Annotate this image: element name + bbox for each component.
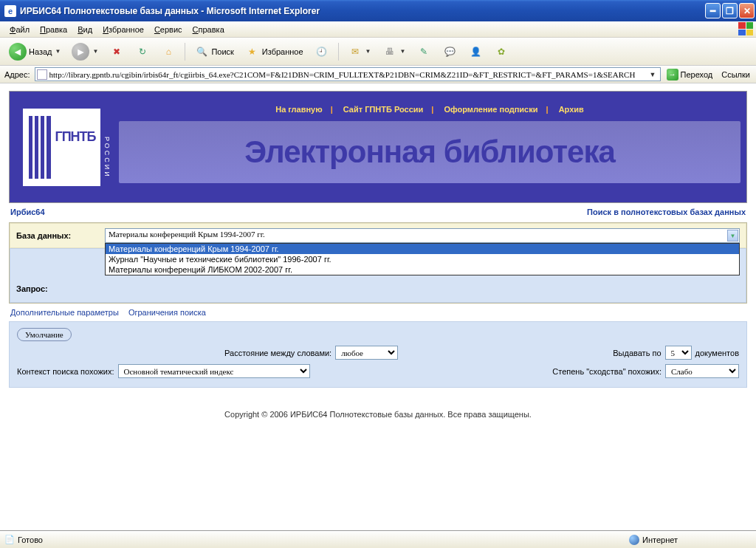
edit-button[interactable]: ✎ bbox=[412, 41, 436, 62]
db-option[interactable]: Материалы конференций Крым 1994-2007 гг. bbox=[106, 244, 739, 254]
zone-text: Интернет bbox=[642, 535, 678, 544]
context-label: Контекст поиска похожих: bbox=[17, 367, 114, 376]
nav-archive[interactable]: Архив bbox=[559, 105, 584, 114]
status-bar: 📄 Готово Интернет bbox=[0, 531, 756, 547]
stop-button[interactable]: ✖ bbox=[105, 41, 128, 62]
menu-service[interactable]: Сервис bbox=[149, 23, 188, 36]
mail-button[interactable]: ✉▼ bbox=[343, 41, 376, 62]
separator bbox=[338, 43, 339, 61]
search-label: Поиск bbox=[211, 47, 233, 56]
messenger-button[interactable]: 👤 bbox=[464, 41, 487, 62]
banner-title: Электронная библиотека bbox=[119, 121, 740, 183]
search-icon: 🔍 bbox=[194, 44, 209, 59]
distance-label: Расстояние между словами: bbox=[224, 349, 331, 357]
menu-bar: Файл Правка Вид Избранное Сервис Справка bbox=[0, 21, 756, 38]
discuss-icon: 💬 bbox=[442, 44, 457, 59]
banner-nav: На главную| Сайт ГПНТБ России| Оформлени… bbox=[113, 92, 746, 117]
address-input[interactable] bbox=[49, 70, 647, 79]
menu-file[interactable]: Файл bbox=[4, 23, 35, 36]
go-label: Переход bbox=[681, 70, 713, 79]
logo-subtitle: РОССИИ bbox=[103, 137, 111, 179]
stop-icon: ✖ bbox=[109, 44, 124, 59]
home-button[interactable]: ⌂ bbox=[157, 41, 180, 62]
menu-favorites[interactable]: Избранное bbox=[97, 23, 149, 36]
menu-help[interactable]: Справка bbox=[188, 23, 230, 36]
flower-icon: ✿ bbox=[494, 44, 509, 59]
address-label: Адрес: bbox=[3, 70, 32, 79]
nav-subscribe[interactable]: Оформление подписки bbox=[444, 105, 538, 114]
home-icon: ⌂ bbox=[161, 44, 176, 59]
print-icon: 🖶 bbox=[382, 44, 397, 59]
back-button[interactable]: ◄ Назад ▼ bbox=[4, 40, 65, 64]
default-button[interactable]: Умолчание bbox=[17, 328, 72, 341]
db-label: База данных: bbox=[16, 231, 97, 240]
globe-icon bbox=[629, 535, 639, 545]
breadcrumb-search[interactable]: Поиск в полнотекстовых базах данных bbox=[587, 208, 746, 216]
context-select[interactable]: Основной тематический индекс bbox=[118, 364, 310, 378]
arrow-left-icon: ◄ bbox=[9, 43, 27, 61]
forward-button[interactable]: ► ▼ bbox=[67, 40, 103, 64]
nav-site[interactable]: Сайт ГПНТБ России bbox=[343, 105, 424, 114]
close-button[interactable]: ✕ bbox=[739, 3, 755, 18]
db-option[interactable]: Журнал "Научные и технические библиотеки… bbox=[106, 254, 739, 264]
favorites-button[interactable]: ★ Избранное bbox=[241, 41, 308, 62]
status-text: Готово bbox=[18, 535, 43, 544]
link-restrict[interactable]: Ограничения поиска bbox=[128, 308, 206, 317]
favorites-label: Избранное bbox=[262, 47, 303, 56]
maximize-button[interactable]: ❐ bbox=[722, 3, 738, 18]
chevron-down-icon: ▼ bbox=[400, 48, 406, 55]
minimize-button[interactable]: ━ bbox=[705, 3, 721, 18]
page-viewport: ГПНТБ РОССИИ На главную| Сайт ГПНТБ Росс… bbox=[0, 83, 756, 531]
db-dropdown-list: Материалы конференций Крым 1994-2007 гг.… bbox=[105, 243, 740, 275]
address-box[interactable]: ▼ bbox=[35, 67, 661, 81]
discuss-button[interactable]: 💬 bbox=[438, 41, 461, 62]
similar-label: Степень "сходства" похожих: bbox=[552, 367, 662, 376]
nav-home[interactable]: На главную bbox=[275, 105, 322, 114]
logo-text: ГПНТБ bbox=[55, 129, 95, 145]
similar-select[interactable]: Слабо bbox=[665, 364, 739, 378]
page-done-icon: 📄 bbox=[4, 535, 15, 545]
chevron-down-icon: ▼ bbox=[92, 48, 98, 55]
site-banner: ГПНТБ РОССИИ На главную| Сайт ГПНТБ Росс… bbox=[9, 91, 747, 203]
menu-view[interactable]: Вид bbox=[72, 23, 97, 36]
query-label: Запрос: bbox=[16, 284, 97, 293]
separator bbox=[185, 43, 185, 61]
refresh-icon: ↻ bbox=[135, 44, 150, 59]
history-icon: 🕘 bbox=[315, 44, 329, 59]
chevron-down-icon[interactable]: ▼ bbox=[647, 71, 659, 78]
chevron-down-icon: ▼ bbox=[55, 48, 61, 55]
messenger-icon: 👤 bbox=[468, 44, 483, 59]
page-footer: Copyright © 2006 ИРБИС64 Полнотекстовые … bbox=[9, 388, 747, 441]
count-label-post: документов bbox=[695, 349, 739, 357]
search-panel: База данных: Материалы конференций Крым … bbox=[9, 222, 747, 304]
go-arrow-icon: → bbox=[667, 69, 678, 81]
icq-button[interactable]: ✿ bbox=[489, 41, 513, 62]
search-button[interactable]: 🔍 Поиск bbox=[190, 41, 238, 62]
db-select[interactable]: Материалы конференций Крым 1994-2007 гг. bbox=[105, 228, 740, 243]
distance-select[interactable]: любое bbox=[335, 346, 398, 360]
print-button[interactable]: 🖶▼ bbox=[378, 41, 410, 62]
ie-icon: e bbox=[4, 5, 16, 17]
refresh-button[interactable]: ↻ bbox=[131, 41, 154, 62]
links-label[interactable]: Ссылки bbox=[718, 70, 753, 79]
link-more-params[interactable]: Дополнительные параметры bbox=[10, 308, 119, 317]
mail-icon: ✉ bbox=[348, 44, 362, 59]
page-icon bbox=[37, 69, 47, 80]
count-label-pre: Выдавать по bbox=[613, 349, 661, 357]
chevron-down-icon: ▼ bbox=[365, 48, 371, 55]
history-button[interactable]: 🕘 bbox=[310, 41, 334, 62]
window-titlebar: e ИРБИС64 Полнотекстовые базы данных - M… bbox=[0, 0, 756, 21]
site-logo: ГПНТБ РОССИИ bbox=[10, 92, 113, 202]
db-option[interactable]: Материалы конференций ЛИБКОМ 2002-2007 г… bbox=[106, 264, 739, 275]
window-title: ИРБИС64 Полнотекстовые базы данных - Mic… bbox=[20, 6, 705, 16]
address-bar: Адрес: ▼ → Переход Ссылки bbox=[0, 66, 756, 83]
toolbar: ◄ Назад ▼ ► ▼ ✖ ↻ ⌂ 🔍 Поиск ★ Избранное … bbox=[0, 38, 756, 66]
menu-edit[interactable]: Правка bbox=[35, 23, 72, 36]
back-label: Назад bbox=[29, 47, 52, 56]
go-button[interactable]: → Переход bbox=[664, 69, 716, 81]
star-icon: ★ bbox=[245, 44, 260, 59]
arrow-right-icon: ► bbox=[72, 43, 89, 61]
count-select[interactable]: 5 bbox=[665, 346, 692, 360]
breadcrumb-home[interactable]: Ирбис64 bbox=[10, 208, 45, 216]
params-panel: Умолчание Расстояние между словами: любо… bbox=[9, 321, 747, 388]
